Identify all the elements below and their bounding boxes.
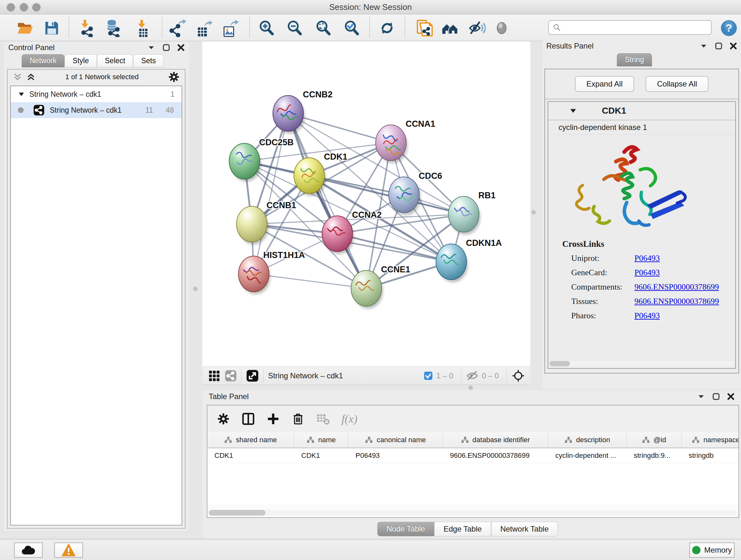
table-cell[interactable]: stringdb bbox=[682, 448, 738, 463]
expand-all-icon[interactable] bbox=[25, 72, 37, 82]
tab-edge-table[interactable]: Edge Table bbox=[434, 522, 491, 537]
warnings-button[interactable] bbox=[54, 543, 83, 558]
delete-table-icon[interactable] bbox=[316, 413, 331, 425]
float-panel-icon[interactable] bbox=[162, 44, 170, 51]
function-builder-icon[interactable]: f(x) bbox=[341, 412, 357, 426]
right-splitter-handle[interactable] bbox=[531, 210, 536, 214]
bottom-splitter-handle[interactable] bbox=[468, 385, 473, 390]
crosslink-link[interactable]: 9606.ENSP00000378699 bbox=[634, 282, 719, 292]
network-node-ccne1[interactable] bbox=[351, 270, 382, 306]
network-node-cdc25b[interactable] bbox=[229, 143, 260, 179]
copy-network-button[interactable] bbox=[415, 19, 433, 37]
network-node-cdkn1a[interactable] bbox=[436, 244, 467, 280]
network-node-rb1[interactable] bbox=[448, 196, 479, 232]
first-neighbors-button[interactable] bbox=[441, 19, 459, 37]
network-node-cdc6[interactable] bbox=[389, 177, 419, 212]
tab-string[interactable]: String bbox=[617, 53, 652, 66]
search-field[interactable] bbox=[548, 20, 712, 35]
apply-layout-button[interactable] bbox=[378, 19, 396, 37]
open-in-browser-icon[interactable] bbox=[246, 369, 259, 382]
tab-network[interactable]: Network bbox=[22, 54, 64, 67]
gear-icon[interactable] bbox=[167, 71, 180, 83]
panel-menu-icon[interactable] bbox=[697, 392, 705, 401]
network-node-ccna1[interactable] bbox=[376, 125, 406, 161]
column-header-shared-name[interactable]: shared name bbox=[207, 432, 294, 448]
export-network-button[interactable] bbox=[169, 19, 186, 37]
table-cell[interactable]: CDK1 bbox=[294, 448, 348, 463]
crosslink-link[interactable]: P06493 bbox=[634, 253, 660, 263]
network-canvas[interactable]: CCNB2CCNA1CDC25BCDK1CDC6RB1CCNB1CCNA2CDK… bbox=[202, 42, 530, 367]
help-button[interactable]: ? bbox=[720, 19, 738, 37]
crosslink-link[interactable]: 9606.ENSP00000378699 bbox=[634, 297, 719, 306]
table-cell[interactable]: cyclin-dependent ... bbox=[548, 448, 627, 463]
close-panel-icon[interactable] bbox=[730, 42, 737, 50]
collapse-section-icon[interactable] bbox=[569, 107, 577, 115]
show-columns-icon[interactable] bbox=[241, 412, 255, 426]
close-panel-icon[interactable] bbox=[727, 393, 735, 400]
delete-column-icon[interactable] bbox=[291, 412, 305, 426]
table-settings-gear-icon[interactable] bbox=[216, 412, 230, 426]
string-network-graph[interactable]: CCNB2CCNA1CDC25BCDK1CDC6RB1CCNB1CCNA2CDK… bbox=[202, 42, 530, 367]
table-cell[interactable]: 9606.ENSP00000378699 bbox=[443, 448, 548, 463]
results-scrollbar-thumb[interactable] bbox=[549, 361, 570, 366]
collapse-all-button[interactable]: Collapse All bbox=[646, 76, 709, 92]
cloud-status-button[interactable] bbox=[14, 543, 43, 558]
column-header--id[interactable]: @id bbox=[627, 432, 682, 448]
grid-view-icon[interactable] bbox=[208, 370, 220, 382]
network-node-cdk1[interactable] bbox=[294, 158, 325, 193]
column-header-database-identifier[interactable]: database identifier bbox=[443, 432, 548, 448]
hidden-eye-slash-icon[interactable] bbox=[466, 370, 479, 381]
column-header-name[interactable]: name bbox=[294, 432, 348, 448]
table-scrollbar-thumb[interactable] bbox=[209, 510, 266, 516]
network-node-ccnb2[interactable] bbox=[273, 96, 304, 131]
panel-menu-icon[interactable] bbox=[147, 44, 155, 52]
network-badge-icon[interactable] bbox=[225, 370, 237, 382]
memory-button[interactable]: Memory bbox=[689, 543, 735, 558]
table-scrollbar[interactable] bbox=[209, 510, 737, 516]
zoom-selected-button[interactable] bbox=[343, 19, 360, 37]
tab-network-table[interactable]: Network Table bbox=[491, 522, 558, 537]
table-cell[interactable]: CDK1 bbox=[207, 448, 294, 463]
zoom-in-button[interactable] bbox=[258, 19, 275, 37]
import-table-from-file-button[interactable] bbox=[134, 19, 152, 37]
tab-sets[interactable]: Sets bbox=[133, 54, 164, 67]
tree-expand-icon[interactable] bbox=[18, 91, 25, 98]
hide-selected-button[interactable] bbox=[468, 19, 486, 37]
network-collection-row[interactable]: String Network – cdk1 1 bbox=[11, 86, 182, 102]
expand-all-button[interactable]: Expand All bbox=[575, 76, 634, 92]
selected-checkbox-icon[interactable] bbox=[423, 371, 433, 381]
import-network-from-database-button[interactable] bbox=[104, 19, 121, 37]
import-network-from-file-button[interactable] bbox=[78, 19, 96, 37]
tab-style[interactable]: Style bbox=[64, 54, 97, 67]
results-scrollbar[interactable] bbox=[549, 361, 734, 366]
zoom-out-button[interactable] bbox=[286, 19, 304, 37]
table-cell[interactable]: P06493 bbox=[348, 448, 443, 463]
export-table-button[interactable] bbox=[195, 19, 213, 37]
node-table[interactable]: shared namenamecanonical namedatabase id… bbox=[207, 432, 738, 504]
save-session-button[interactable] bbox=[43, 19, 61, 37]
birds-eye-view-icon[interactable] bbox=[511, 369, 525, 383]
close-panel-icon[interactable] bbox=[177, 44, 185, 51]
float-panel-icon[interactable] bbox=[712, 393, 720, 400]
export-image-button[interactable] bbox=[221, 19, 239, 37]
table-row[interactable]: CDK1CDK1P064939606.ENSP00000378699cyclin… bbox=[207, 448, 738, 463]
crosslink-link[interactable]: P06493 bbox=[634, 268, 660, 277]
crosslink-link[interactable]: P06493 bbox=[634, 311, 660, 320]
network-node-hist1h1a[interactable] bbox=[239, 256, 269, 292]
show-all-button[interactable] bbox=[493, 19, 511, 37]
column-header-canonical-name[interactable]: canonical name bbox=[348, 432, 443, 448]
column-header-namespace[interactable]: namespace bbox=[682, 432, 738, 448]
column-header-description[interactable]: description bbox=[548, 432, 627, 448]
table-cell[interactable]: stringdb:9... bbox=[627, 448, 682, 463]
panel-menu-icon[interactable] bbox=[699, 42, 708, 50]
tab-select[interactable]: Select bbox=[97, 54, 133, 67]
float-panel-icon[interactable] bbox=[715, 42, 723, 50]
network-node-ccna2[interactable] bbox=[322, 216, 353, 252]
left-splitter-handle[interactable] bbox=[193, 287, 198, 291]
zoom-fit-button[interactable] bbox=[314, 19, 332, 37]
open-session-button[interactable] bbox=[16, 19, 34, 37]
add-column-icon[interactable] bbox=[266, 412, 280, 426]
network-node-ccnb1[interactable] bbox=[237, 206, 267, 242]
network-row[interactable]: String Network – cdk1 11 48 bbox=[11, 102, 182, 118]
search-input[interactable] bbox=[561, 23, 703, 32]
